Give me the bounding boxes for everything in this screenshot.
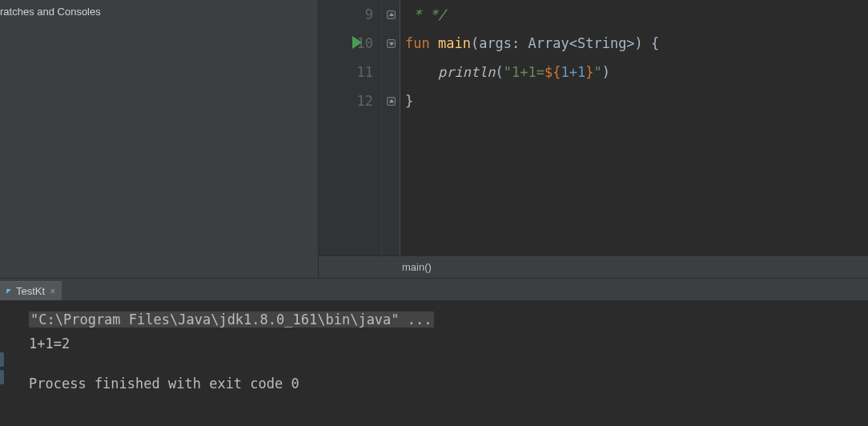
tool-stub-icon[interactable]	[0, 352, 4, 367]
breadcrumb[interactable]: main()	[319, 255, 868, 278]
code-text: }	[405, 86, 413, 115]
line-number: 9	[365, 6, 373, 22]
code-text	[405, 58, 438, 86]
fold-start-icon[interactable]	[387, 39, 396, 48]
line-number: 11	[357, 64, 373, 80]
run-tab-bar: TestKt ×	[0, 278, 868, 300]
run-tab[interactable]: TestKt ×	[0, 281, 62, 300]
breadcrumb-label: main()	[402, 261, 432, 273]
fold-end-icon[interactable]	[387, 97, 396, 106]
tool-window-stubs	[0, 352, 4, 384]
sidebar-item-scratches[interactable]: ratches and Consoles	[0, 0, 318, 18]
code-text: * */	[405, 0, 446, 29]
console-output: 1+1=2	[29, 336, 868, 352]
code-text: println	[438, 58, 496, 86]
code-text: main	[430, 29, 471, 58]
run-tab-label: TestKt	[16, 285, 45, 297]
fold-end-icon[interactable]	[387, 10, 396, 19]
code-editor[interactable]: 9 10 11 12 * */ fun main(args: Array<Str…	[319, 0, 868, 255]
code-text: 1+1	[561, 58, 586, 86]
code-text: )	[602, 58, 610, 86]
fold-column	[381, 0, 400, 255]
project-sidebar[interactable]: ratches and Consoles	[0, 0, 319, 278]
code-text: {	[651, 29, 659, 58]
code-text: (args: Array<String>)	[471, 29, 651, 58]
console-exit: Process finished with exit code 0	[29, 376, 868, 392]
code-text: "1+1=	[504, 58, 545, 86]
code-text: }	[585, 58, 593, 86]
line-number: 12	[357, 93, 373, 109]
line-gutter: 9 10 11 12	[319, 0, 381, 255]
code-text: (	[496, 58, 504, 86]
code-text: ${	[545, 58, 561, 86]
code-text: fun	[405, 29, 430, 58]
kotlin-icon	[6, 289, 11, 294]
code-text: "	[594, 58, 602, 86]
tool-stub-icon[interactable]	[0, 370, 4, 384]
run-gutter-icon[interactable]	[352, 36, 362, 49]
run-console[interactable]: "C:\Program Files\Java\jdk1.8.0_161\bin\…	[0, 300, 868, 426]
code-area[interactable]: * */ fun main(args: Array<String>) { pri…	[400, 0, 868, 255]
close-icon[interactable]: ×	[50, 286, 55, 297]
console-command: "C:\Program Files\Java\jdk1.8.0_161\bin\…	[29, 311, 434, 328]
